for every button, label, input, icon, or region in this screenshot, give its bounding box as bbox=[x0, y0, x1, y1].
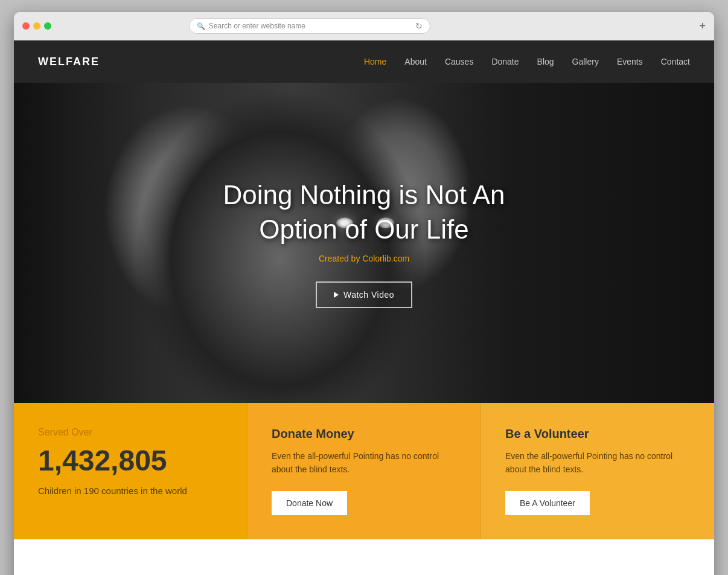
nav-link-gallery[interactable]: Gallery bbox=[572, 57, 599, 66]
maximize-button[interactable] bbox=[44, 22, 51, 30]
search-icon: 🔍 bbox=[197, 22, 205, 30]
website-content: WELFARE Home About Causes Donate Blog Ga… bbox=[14, 40, 714, 575]
donate-card-text: Even the all-powerful Pointing has no co… bbox=[272, 449, 456, 477]
volunteer-card-text: Even the all-powerful Pointing has no co… bbox=[505, 449, 690, 477]
address-bar[interactable]: 🔍 Search or enter website name ↻ bbox=[189, 18, 430, 34]
features-section: Make Donation Even the all-powerful Poin… bbox=[14, 539, 714, 575]
nav-link-contact[interactable]: Contact bbox=[661, 57, 690, 66]
stats-section: Served Over 1,432,805 Children in 190 co… bbox=[14, 403, 714, 539]
address-bar-text: Search or enter website name bbox=[209, 22, 305, 30]
stat-number: 1,432,805 bbox=[38, 444, 223, 477]
site-logo: WELFARE bbox=[38, 56, 100, 68]
nav-link-about[interactable]: About bbox=[404, 57, 427, 66]
watch-video-button[interactable]: Watch Video bbox=[316, 281, 412, 308]
play-icon bbox=[334, 292, 339, 298]
nav-link-events[interactable]: Events bbox=[617, 57, 643, 66]
be-volunteer-button[interactable]: Be A Volunteer bbox=[505, 491, 590, 515]
nav-link-home[interactable]: Home bbox=[364, 57, 386, 66]
nav-link-donate[interactable]: Donate bbox=[491, 57, 519, 66]
volunteer-card: Be a Volunteer Even the all-powerful Poi… bbox=[481, 403, 714, 539]
watch-video-label: Watch Video bbox=[343, 290, 394, 300]
nav-link-causes[interactable]: Causes bbox=[445, 57, 473, 66]
hero-title: Doing Nothing is Not An Option of Our Li… bbox=[223, 178, 505, 246]
donate-card-title: Donate Money bbox=[272, 427, 456, 441]
browser-toolbar: 🔍 Search or enter website name ↻ + bbox=[14, 12, 714, 40]
stat-description: Children in 190 countries in the world bbox=[38, 486, 223, 496]
donate-card: Donate Money Even the all-powerful Point… bbox=[247, 403, 481, 539]
nav-link-blog[interactable]: Blog bbox=[537, 57, 554, 66]
refresh-icon[interactable]: ↻ bbox=[415, 21, 423, 31]
browser-traffic-lights bbox=[22, 22, 51, 30]
stats-card: Served Over 1,432,805 Children in 190 co… bbox=[14, 403, 247, 539]
hero-section: Doing Nothing is Not An Option of Our Li… bbox=[14, 83, 714, 403]
donate-now-button[interactable]: Donate Now bbox=[272, 491, 347, 515]
hero-content: Doing Nothing is Not An Option of Our Li… bbox=[223, 178, 505, 308]
stat-label: Served Over bbox=[38, 427, 223, 438]
volunteer-card-title: Be a Volunteer bbox=[505, 427, 690, 441]
main-nav: WELFARE Home About Causes Donate Blog Ga… bbox=[14, 40, 714, 83]
close-button[interactable] bbox=[22, 22, 30, 30]
hero-subtitle: Created by Colorlib.com bbox=[223, 254, 505, 263]
new-tab-button[interactable]: + bbox=[699, 20, 706, 33]
minimize-button[interactable] bbox=[33, 22, 40, 30]
nav-links: Home About Causes Donate Blog Gallery Ev… bbox=[364, 57, 690, 66]
browser-window: 🔍 Search or enter website name ↻ + WELFA… bbox=[14, 12, 714, 575]
